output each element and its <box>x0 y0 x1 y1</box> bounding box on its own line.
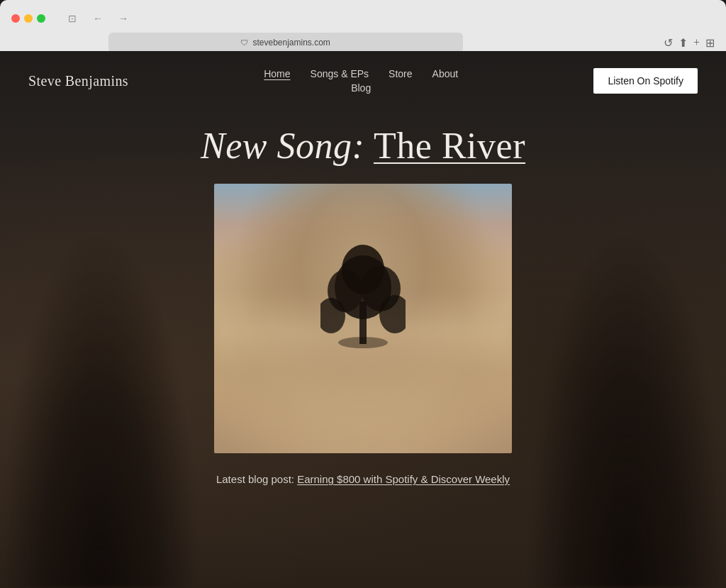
close-button[interactable] <box>11 14 20 23</box>
blog-link-anchor[interactable]: Earning $800 with Spotify & Discover Wee… <box>297 473 510 485</box>
spotify-button[interactable]: Listen On Spotify <box>593 68 698 94</box>
new-tab-icon[interactable]: + <box>693 36 700 49</box>
share-icon[interactable]: ⬆ <box>678 36 688 50</box>
forward-button[interactable]: → <box>113 9 133 28</box>
nav-home[interactable]: Home <box>264 68 290 79</box>
back-button[interactable]: ← <box>88 9 108 28</box>
site-logo[interactable]: Steve Benjamins <box>28 73 128 89</box>
nav-about[interactable]: About <box>432 68 459 79</box>
maximize-button[interactable] <box>37 14 45 23</box>
title-underlined: The River <box>374 126 525 166</box>
nav-row-1: Home Songs & EPs Store About <box>264 68 458 79</box>
center-tree-silhouette <box>320 238 406 351</box>
svg-point-4 <box>342 245 384 294</box>
browser-chrome: ⊡ ← → 🛡 stevebenjamins.com ↺ ⬆ + ⊞ <box>0 0 726 51</box>
nav-store[interactable]: Store <box>389 68 412 79</box>
blog-post-link: Latest blog post: Earning $800 with Spot… <box>216 473 510 485</box>
main-content: New Song: The River <box>0 111 726 485</box>
title-italic: New Song: <box>201 126 364 166</box>
grid-icon[interactable]: ⊞ <box>705 36 715 50</box>
site-navigation: Steve Benjamins Home Songs & EPs Store A… <box>0 51 726 111</box>
nav-blog[interactable]: Blog <box>351 82 371 94</box>
nav-row-2: Blog <box>351 82 371 94</box>
toolbar-icons: ↺ ⬆ + ⊞ <box>664 36 715 50</box>
nav-songs[interactable]: Songs & EPs <box>311 68 369 79</box>
river-image <box>214 184 512 453</box>
url-display: stevebenjamins.com <box>252 38 330 48</box>
minimize-button[interactable] <box>24 14 33 23</box>
reload-icon[interactable]: ↺ <box>664 36 673 50</box>
browser-controls: ⊡ ← → <box>62 9 133 28</box>
website-content: Steve Benjamins Home Songs & EPs Store A… <box>0 51 726 588</box>
traffic-lights <box>11 14 45 23</box>
security-icon: 🛡 <box>240 38 248 47</box>
sidebar-toggle-button[interactable]: ⊡ <box>62 9 82 28</box>
blog-prefix: Latest blog post: <box>216 473 294 485</box>
address-bar[interactable]: 🛡 stevebenjamins.com <box>108 33 463 52</box>
page-title: New Song: The River <box>201 125 525 167</box>
svg-point-7 <box>338 337 388 348</box>
nav-links: Home Songs & EPs Store About Blog <box>264 68 458 94</box>
